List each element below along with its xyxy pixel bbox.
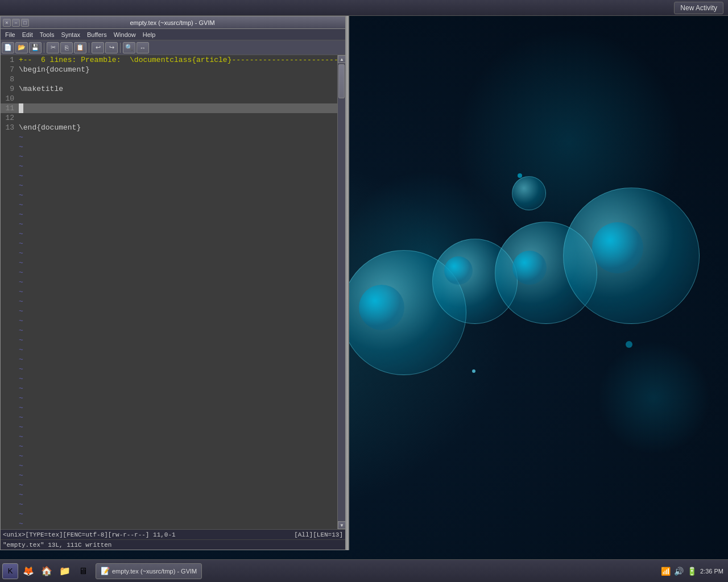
new-activity-button[interactable]: New Activity <box>674 2 723 14</box>
toolbar-open[interactable]: 📂 <box>15 42 28 53</box>
tilde-row-37: ~ <box>1 480 337 490</box>
tilde-row-4: ~ <box>1 161 337 171</box>
tilde-18: ~ <box>16 297 337 306</box>
toolbar-cut[interactable]: ✂ <box>47 42 59 53</box>
toolbar-copy[interactable]: ⎘ <box>60 42 73 53</box>
tilde-row-32: ~ <box>1 432 337 442</box>
tilde-32: ~ <box>16 432 337 442</box>
menu-file[interactable]: File <box>2 29 19 40</box>
taskbar-icon-terminal[interactable]: 🖥 <box>75 563 91 579</box>
tilde-num-3 <box>1 152 16 161</box>
bubble-5 <box>512 176 546 210</box>
bg-glow-3 <box>597 341 711 455</box>
tilde-num-1 <box>1 132 16 142</box>
gvim-close-button[interactable]: × <box>3 19 11 27</box>
scroll-down-button[interactable]: ▼ <box>338 521 345 529</box>
tilde-41: ~ <box>16 519 337 529</box>
taskbar-icon-files[interactable]: 📁 <box>57 563 73 579</box>
scroll-up-button[interactable]: ▲ <box>338 55 345 63</box>
line-row-1: 1 +-- 6 lines: Preamble: \documentclass{… <box>1 55 337 65</box>
tilde-28: ~ <box>16 393 337 403</box>
menu-buffers[interactable]: Buffers <box>84 29 110 40</box>
taskbar-gvim-app[interactable]: 📝 empty.tex (~xusrc/tmp) - GVIM <box>96 563 202 579</box>
system-clock[interactable]: 2:36 PM <box>700 568 723 575</box>
menu-syntax[interactable]: Syntax <box>57 29 84 40</box>
tilde-num-22 <box>1 335 16 345</box>
line-num-1: 1 <box>1 55 16 65</box>
battery-icon[interactable]: 🔋 <box>687 567 697 576</box>
line-row-8: 8 <box>1 74 337 84</box>
tilde-33: ~ <box>16 442 337 451</box>
gvim-minimize-button[interactable]: − <box>12 19 20 27</box>
tilde-29: ~ <box>16 403 337 413</box>
tilde-num-29 <box>1 403 16 413</box>
line-row-9: 9 \maketitle <box>1 84 337 94</box>
tilde-19: ~ <box>16 306 337 316</box>
line-content-7: \begin{document} <box>16 65 337 74</box>
taskbar-icon-browser[interactable]: 🦊 <box>20 563 36 579</box>
toolbar-sep-1 <box>44 43 44 53</box>
tilde-9: ~ <box>16 210 337 219</box>
tilde-30: ~ <box>16 413 337 422</box>
taskbar-icon-home[interactable]: 🏠 <box>39 563 55 579</box>
tilde-row-19: ~ <box>1 306 337 316</box>
line-content-11 <box>16 103 337 113</box>
tilde-row-30: ~ <box>1 413 337 422</box>
tilde-num-32 <box>1 432 16 442</box>
tilde-num-37 <box>1 480 16 490</box>
tilde-13: ~ <box>16 248 337 258</box>
volume-icon[interactable]: 🔊 <box>674 567 684 576</box>
tilde-row-6: ~ <box>1 181 337 190</box>
tilde-26: ~ <box>16 374 337 384</box>
statusbar-left: <unix>[TYPE=tex][FENC=utf-8][rw-r--r--] … <box>3 531 176 538</box>
tilde-34: ~ <box>16 451 337 461</box>
tilde-num-18 <box>1 297 16 306</box>
tilde-num-8 <box>1 200 16 210</box>
gvim-editor[interactable]: 1 +-- 6 lines: Preamble: \documentclass{… <box>1 55 337 529</box>
tilde-num-24 <box>1 355 16 364</box>
tilde-num-10 <box>1 219 16 229</box>
toolbar-undo[interactable]: ↩ <box>92 42 104 53</box>
gvim-maximize-button[interactable]: □ <box>21 19 29 27</box>
menu-help[interactable]: Help <box>139 29 159 40</box>
dot-1 <box>518 173 522 178</box>
tilde-num-41 <box>1 519 16 529</box>
tilde-num-26 <box>1 374 16 384</box>
line-num-8: 8 <box>1 74 16 84</box>
tilde-15: ~ <box>16 268 337 277</box>
tilde-7: ~ <box>16 190 337 200</box>
tilde-num-15 <box>1 268 16 277</box>
menu-edit[interactable]: Edit <box>19 29 36 40</box>
tilde-row-39: ~ <box>1 500 337 509</box>
toolbar-save[interactable]: 💾 <box>29 42 42 53</box>
start-menu-button[interactable]: K <box>2 563 18 579</box>
gvim-window-controls: × − □ <box>3 19 29 27</box>
tilde-num-5 <box>1 171 16 181</box>
toolbar-replace[interactable]: ↔ <box>136 42 149 53</box>
dot-3 <box>472 369 475 373</box>
gvim-title: empty.tex (~xusrc/tmp) - GVIM <box>29 19 316 26</box>
network-icon[interactable]: 📶 <box>661 567 671 576</box>
toolbar-sep-2 <box>89 43 89 53</box>
tilde-40: ~ <box>16 509 337 519</box>
line-num-10: 10 <box>1 94 16 103</box>
scroll-track[interactable] <box>338 63 345 521</box>
toolbar-find[interactable]: 🔍 <box>123 42 135 53</box>
menu-tools[interactable]: Tools <box>36 29 58 40</box>
menu-window[interactable]: Window <box>110 29 139 40</box>
toolbar-paste[interactable]: 📋 <box>74 42 86 53</box>
gvim-scrollbar[interactable]: ▲ ▼ <box>337 55 345 529</box>
toolbar-redo[interactable]: ↪ <box>105 42 118 53</box>
tilde-23: ~ <box>16 345 337 355</box>
scroll-thumb[interactable] <box>338 64 345 98</box>
tilde-row-21: ~ <box>1 326 337 335</box>
tilde-num-4 <box>1 161 16 171</box>
tilde-num-23 <box>1 345 16 355</box>
line-num-9: 9 <box>1 84 16 94</box>
toolbar-new[interactable]: 📄 <box>2 42 14 53</box>
tilde-num-40 <box>1 509 16 519</box>
tilde-row-40: ~ <box>1 509 337 519</box>
tilde-row-5: ~ <box>1 171 337 181</box>
line-row-11: 11 <box>1 103 337 113</box>
tilde-num-33 <box>1 442 16 451</box>
